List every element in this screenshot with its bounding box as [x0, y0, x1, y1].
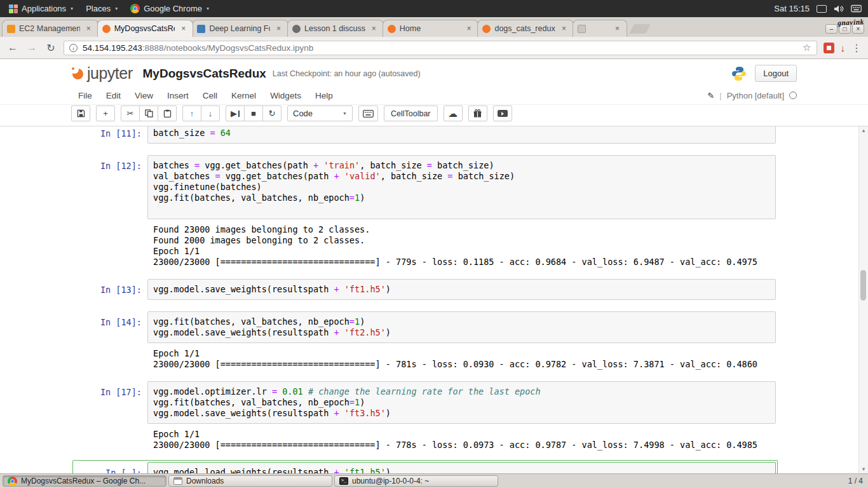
menu-view[interactable]: View	[128, 88, 160, 103]
browser-tab[interactable]: EC2 Management C×	[2, 20, 98, 37]
cell-prompt: In [12]:	[74, 155, 147, 172]
tab-title: Home	[400, 24, 461, 33]
jupyter-favicon	[102, 25, 111, 33]
browser-tab[interactable]: Deep Learning For C×	[192, 20, 288, 37]
jupyter-favicon	[388, 25, 396, 33]
menu-cell[interactable]: Cell	[196, 88, 224, 103]
back-icon[interactable]: ←	[6, 42, 19, 53]
taskbar-item[interactable]: ubuntu@ip-10-0-0-4: ~	[334, 475, 498, 487]
notebook-cells: In [11]:batch_size = 64In [12]:batches =…	[62, 126, 806, 473]
places-menu[interactable]: Places ▾	[79, 0, 124, 17]
page-info-icon[interactable]: i	[69, 44, 78, 52]
output-prompt	[74, 224, 147, 230]
address-bar[interactable]: i 54.154.195.243:8888/notebooks/MyDogsvs…	[64, 41, 817, 55]
tab-close-icon[interactable]: ×	[369, 24, 379, 34]
notebook-title[interactable]: MyDogsvsCatsRedux	[143, 67, 266, 81]
new-tab-button[interactable]	[629, 24, 651, 34]
python-logo-icon	[731, 65, 747, 82]
menu-kernel[interactable]: Kernel	[224, 88, 263, 103]
download-extension-icon[interactable]: ↓	[841, 43, 846, 53]
discourse-favicon	[292, 25, 301, 33]
applications-menu[interactable]: Applications ▾	[3, 0, 79, 17]
cell-input[interactable]: batch_size = 64	[147, 126, 776, 144]
cut-cell-button[interactable]: ✂	[121, 105, 140, 121]
restart-kernel-button[interactable]: ↻	[262, 105, 281, 121]
move-up-icon: ↑	[190, 109, 194, 118]
menu-edit[interactable]: Edit	[99, 88, 128, 103]
taskbar-item[interactable]: Downloads	[168, 475, 332, 487]
window-minimize-button[interactable]: ‒	[825, 24, 837, 34]
jupyter-logo[interactable]: jupyter	[71, 64, 133, 83]
browser-tab[interactable]: MyDogsvsCatsRed×	[97, 20, 194, 37]
browser-tab[interactable]: Home×	[383, 20, 479, 37]
browser-menu-icon[interactable]: ⋮	[851, 42, 862, 54]
output-line: 23000/23000 [===========================…	[153, 359, 776, 370]
celltoolbar-button[interactable]: CellToolbar	[384, 105, 438, 121]
interrupt-kernel-button[interactable]: ■	[244, 105, 263, 121]
copy-cell-button[interactable]	[139, 105, 158, 121]
workspace-pager[interactable]: 1 / 4	[848, 477, 865, 485]
gift-icon	[473, 109, 482, 118]
keyboard-shortcuts-button[interactable]	[358, 105, 378, 121]
tab-close-icon[interactable]: ×	[274, 24, 283, 34]
applications-icon	[9, 4, 18, 13]
bookmark-star-icon[interactable]: ☆	[803, 42, 811, 53]
code-cell[interactable]: In [17]:vgg.model.optimizer.lr = 0.01 # …	[72, 379, 778, 452]
cell-type-dropdown[interactable]: Code ▼	[287, 105, 353, 121]
code-cell[interactable]: In [ ]:vgg.model.load_weights(resultspat…	[72, 460, 778, 473]
checkpoint-status: Last Checkpoint: an hour ago (autosaved)	[273, 69, 421, 78]
paste-cell-button[interactable]	[158, 105, 177, 121]
taskbar-item[interactable]: MyDogsvsCatsRedux – Google Ch...	[3, 475, 166, 487]
menu-insert[interactable]: Insert	[160, 88, 196, 103]
code-cell[interactable]: In [11]:batch_size = 64	[72, 126, 778, 146]
cell-input[interactable]: batches = vgg.get_batches(path + 'train'…	[147, 155, 776, 219]
cell-input[interactable]: vgg.model.optimizer.lr = 0.01 # change t…	[147, 381, 776, 424]
browser-tab[interactable]: Lesson 1 discussion×	[287, 20, 384, 37]
scroll-down-icon[interactable]: ▼	[861, 466, 866, 472]
display-icon[interactable]	[817, 5, 827, 13]
os-top-panel: Applications ▾ Places ▾ Google Chrome ▾ …	[0, 0, 868, 17]
cloud-upload-button[interactable]: ☁	[444, 105, 463, 121]
tab-close-icon[interactable]: ×	[464, 24, 473, 34]
add-cell-button[interactable]: +	[96, 105, 115, 121]
code-cell[interactable]: In [13]:vgg.model.save_weights(resultspa…	[72, 277, 778, 302]
code-cell[interactable]: In [14]:vgg.fit(batches, val_batches, nb…	[72, 309, 778, 372]
cell-input[interactable]: vgg.model.load_weights(resultspath + 'ft…	[147, 462, 776, 473]
save-button[interactable]	[71, 105, 90, 121]
run-cell-button[interactable]: ▶	[226, 105, 245, 121]
logout-button[interactable]: Logout	[755, 65, 797, 82]
cell-input[interactable]: vgg.model.save_weights(resultspath + 'ft…	[147, 279, 776, 300]
tab-close-icon[interactable]: ×	[613, 24, 622, 34]
tab-close-icon[interactable]: ×	[84, 24, 93, 34]
scrollbar[interactable]: ▲ ▼	[858, 126, 868, 473]
chrome-window-menu[interactable]: Google Chrome ▾	[124, 0, 215, 17]
tab-close-icon[interactable]: ×	[559, 24, 569, 34]
tab-title: MyDogsvsCatsRed	[114, 24, 175, 33]
tab-title: dogs_cats_redux	[494, 24, 555, 33]
copy-icon	[145, 109, 153, 118]
youtube-icon	[498, 110, 508, 117]
youtube-button[interactable]	[493, 105, 512, 121]
reload-icon[interactable]: ↻	[44, 42, 57, 54]
forward-icon[interactable]: →	[25, 42, 38, 53]
output-prompt	[74, 348, 147, 354]
browser-tab[interactable]: dogs_cats_redux×	[477, 20, 574, 37]
scrollbar-thumb[interactable]	[860, 270, 866, 301]
menu-file[interactable]: File	[71, 88, 99, 103]
input-method-icon[interactable]	[851, 4, 862, 13]
move-cell-up-button[interactable]: ↑	[182, 105, 201, 121]
menu-help[interactable]: Help	[308, 88, 340, 103]
code-cell[interactable]: In [12]:batches = vgg.get_batches(path +…	[72, 153, 778, 269]
extension-icon[interactable]	[824, 43, 834, 53]
move-cell-down-button[interactable]: ↓	[201, 105, 220, 121]
places-label: Places	[86, 4, 111, 13]
speaker-icon[interactable]	[834, 4, 844, 13]
code-line: vgg.fit(batches, val_batches, nb_epoch=1…	[153, 397, 770, 408]
menu-widgets[interactable]: Widgets	[263, 88, 308, 103]
tab-close-icon[interactable]: ×	[179, 24, 188, 34]
browser-tab[interactable]: ×	[573, 20, 627, 37]
code-line: vgg.finetune(batches)	[153, 182, 770, 193]
gift-button[interactable]	[468, 105, 487, 121]
cell-input[interactable]: vgg.fit(batches, val_batches, nb_epoch=1…	[147, 311, 776, 343]
scroll-up-icon[interactable]: ▲	[861, 128, 866, 133]
